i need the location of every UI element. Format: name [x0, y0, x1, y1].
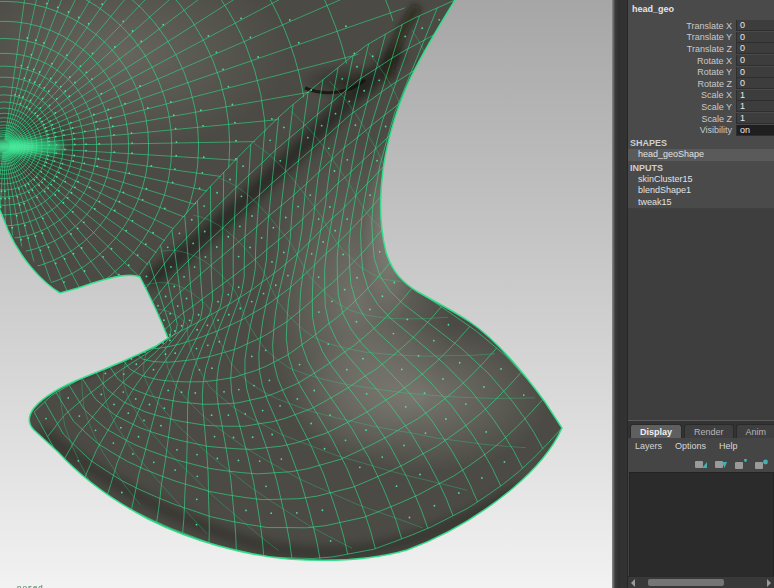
channel-row: Translate Z0 — [628, 43, 774, 55]
section-header: INPUTS — [628, 161, 774, 174]
channel-row: Rotate Z0 — [628, 78, 774, 90]
attribute-value-field[interactable]: 1 — [736, 90, 774, 101]
channel-box-panel: head_geo Translate X0Translate Y0Transla… — [628, 0, 774, 588]
attribute-label[interactable]: Translate Z — [628, 44, 736, 54]
attribute-value-field[interactable]: 0 — [736, 78, 774, 89]
layer-up-icon[interactable] — [694, 457, 708, 469]
perspective-viewport[interactable]: posed — [0, 0, 612, 588]
attribute-label[interactable]: Scale Z — [628, 114, 736, 124]
panel-splitter[interactable] — [620, 0, 628, 588]
attribute-label[interactable]: Scale X — [628, 90, 736, 100]
attribute-value-field[interactable]: 0 — [736, 20, 774, 31]
layer-editor: DisplayRenderAnim LayersOptionsHelp — [628, 420, 774, 588]
scroll-right-arrow-icon[interactable] — [767, 579, 771, 587]
new-empty-layer-icon[interactable] — [734, 457, 748, 469]
channel-box: head_geo Translate X0Translate Y0Transla… — [628, 0, 774, 208]
attribute-label[interactable]: Translate X — [628, 21, 736, 31]
attribute-label[interactable]: Rotate Y — [628, 67, 736, 77]
channel-row: Scale Z1 — [628, 113, 774, 125]
channel-box-empty-area — [628, 208, 774, 420]
attribute-label[interactable]: Translate Y — [628, 32, 736, 42]
channel-node-sections: SHAPEShead_geoShapeINPUTSskinCluster15bl… — [628, 136, 774, 208]
node-item[interactable]: tweak15 — [628, 197, 774, 209]
section-header: SHAPES — [628, 136, 774, 149]
viewport-edge — [612, 0, 620, 588]
channel-row: Translate Y0 — [628, 32, 774, 44]
attribute-value-field[interactable]: 1 — [736, 113, 774, 124]
horizontal-scrollbar[interactable] — [628, 576, 774, 588]
scroll-left-arrow-icon[interactable] — [631, 579, 635, 587]
layers-list[interactable] — [629, 472, 774, 576]
node-item[interactable]: blendShape1 — [628, 185, 774, 197]
node-item[interactable]: head_geoShape — [628, 149, 774, 161]
node-item[interactable]: skinCluster15 — [628, 174, 774, 186]
attribute-value-field[interactable]: 0 — [736, 55, 774, 66]
attribute-value-field[interactable]: on — [736, 125, 774, 136]
new-layer-assign-icon[interactable] — [754, 457, 768, 469]
menu-layers[interactable]: Layers — [635, 441, 662, 451]
attribute-label[interactable]: Visibility — [628, 125, 736, 135]
channel-row: Rotate X0 — [628, 55, 774, 67]
maya-window: posed head_geo Translate X0Translate Y0T… — [0, 0, 774, 588]
layer-editor-tabs: DisplayRenderAnim — [628, 421, 774, 438]
tab-render[interactable]: Render — [684, 424, 734, 438]
tab-display[interactable]: Display — [630, 424, 682, 438]
channel-attribute-list: Translate X0Translate Y0Translate Z0Rota… — [628, 20, 774, 136]
layer-down-icon[interactable] — [714, 457, 728, 469]
channel-row: Scale Y1 — [628, 101, 774, 113]
menu-options[interactable]: Options — [675, 441, 706, 451]
channel-row: Scale X1 — [628, 90, 774, 102]
selected-object-name[interactable]: head_geo — [628, 2, 774, 20]
menu-help[interactable]: Help — [719, 441, 738, 451]
attribute-value-field[interactable]: 0 — [736, 32, 774, 43]
attribute-value-field[interactable]: 1 — [736, 101, 774, 112]
wireframe-mesh-canvas — [0, 0, 612, 588]
attribute-label[interactable]: Scale Y — [628, 102, 736, 112]
attribute-value-field[interactable]: 0 — [736, 67, 774, 78]
channel-row: Rotate Y0 — [628, 66, 774, 78]
attribute-label[interactable]: Rotate Z — [628, 79, 736, 89]
tab-anim[interactable]: Anim — [736, 424, 774, 438]
attribute-label[interactable]: Rotate X — [628, 56, 736, 66]
layer-editor-toolbar — [628, 454, 774, 472]
layer-editor-menubar: LayersOptionsHelp — [628, 438, 774, 454]
viewport-hud-label: posed — [17, 583, 44, 588]
scrollbar-thumb[interactable] — [648, 579, 724, 586]
attribute-value-field[interactable]: 0 — [736, 43, 774, 54]
channel-row: Visibilityon — [628, 124, 774, 136]
channel-row: Translate X0 — [628, 20, 774, 32]
